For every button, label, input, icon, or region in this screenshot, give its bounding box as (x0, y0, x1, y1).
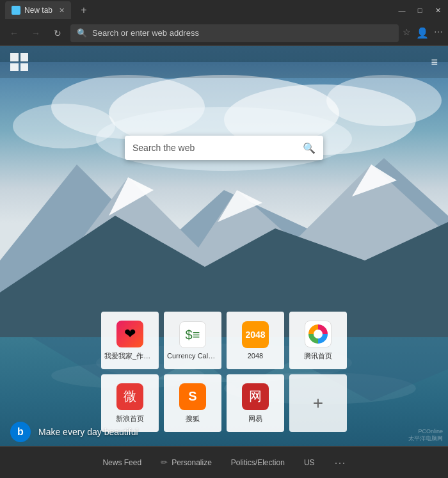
dial-label-tencent: 腾讯首页 (304, 351, 332, 361)
2048-icon: 2048 (242, 321, 269, 348)
back-button[interactable]: ← (5, 24, 23, 42)
woaiwojia-icon: ❤ (116, 321, 143, 347)
tab-favicon (12, 6, 20, 15)
dial-item-tencent[interactable]: 腾讯首页 (289, 312, 347, 369)
forward-button[interactable]: → (27, 24, 45, 42)
dial-item-woaiwojia[interactable]: ❤ 我爱我家_作者... (101, 312, 159, 369)
refresh-button[interactable]: ↻ (49, 24, 67, 42)
minimize-button[interactable]: — (397, 5, 407, 15)
currency-icon: $≡ (179, 321, 206, 348)
nav-item-us[interactable]: US (304, 458, 315, 467)
bing-logo: b (10, 422, 31, 442)
address-input-area[interactable]: 🔍 Search or enter web address (70, 24, 399, 42)
browser-content: ≡ Search the web 🔍 ❤ 我爱我家_作者... $≡ Curre… (0, 46, 448, 478)
window-controls: — □ ✕ (397, 5, 443, 15)
profile-icon[interactable]: 👤 (416, 27, 429, 39)
active-tab[interactable]: New tab ✕ (5, 1, 71, 19)
nav-item-politics[interactable]: Politics/Election (231, 458, 285, 467)
title-bar: New tab ✕ + — □ ✕ (0, 0, 448, 20)
tencent-icon (305, 321, 332, 347)
politics-label: Politics/Election (231, 458, 285, 467)
speed-dial-grid: ❤ 我爱我家_作者... $≡ Currency Calcu... 2048 2… (101, 312, 347, 432)
maximize-button[interactable]: □ (415, 5, 425, 15)
win-square-tr (20, 53, 29, 61)
search-box[interactable]: Search the web 🔍 (125, 136, 323, 160)
windows-logo (10, 53, 28, 71)
address-text: Search or enter web address (92, 28, 392, 38)
dial-label-currency: Currency Calcu... (167, 352, 218, 360)
win-square-br (20, 63, 29, 72)
nav-item-news-feed[interactable]: News Feed (102, 458, 141, 467)
sohu-icon: S (179, 383, 206, 410)
tab-title: New tab (24, 6, 52, 15)
news-feed-label: News Feed (102, 458, 141, 467)
dial-item-currency[interactable]: $≡ Currency Calcu... (164, 312, 221, 369)
dial-item-2048[interactable]: 2048 2048 (227, 312, 284, 369)
netease-icon: 网 (242, 383, 269, 410)
dial-label-woaiwojia: 我爱我家_作者... (104, 351, 156, 361)
us-label: US (304, 458, 315, 467)
svg-point-6 (326, 75, 442, 126)
address-search-icon: 🔍 (77, 28, 87, 38)
watermark: PCOnline 太平洋电脑网 (408, 428, 443, 443)
svg-point-20 (314, 330, 323, 339)
win-square-bl (10, 63, 19, 72)
close-button[interactable]: ✕ (433, 5, 443, 15)
personalize-label: Personalize (172, 458, 212, 467)
more-options-icon[interactable]: ⋯ (434, 27, 443, 39)
search-input-placeholder: Search the web (132, 143, 298, 153)
win-square-tl (10, 53, 19, 61)
bing-bar: b Make every day beautiful (0, 418, 448, 446)
tab-strip: New tab ✕ + (5, 1, 93, 19)
svg-rect-0 (13, 7, 19, 13)
bottom-nav: News Feed ✏ Personalize Politics/Electio… (0, 446, 448, 478)
search-submit-icon[interactable]: 🔍 (303, 142, 316, 154)
nav-item-personalize[interactable]: ✏ Personalize (161, 458, 212, 467)
favorites-icon[interactable]: ☆ (403, 27, 411, 39)
pencil-icon: ✏ (161, 458, 168, 467)
tab-close-icon[interactable]: ✕ (59, 6, 65, 15)
address-bar-actions: ☆ 👤 ⋯ (403, 27, 443, 39)
hamburger-menu-icon[interactable]: ≡ (431, 56, 438, 69)
bing-tagline: Make every day beautiful (38, 427, 138, 437)
nav-more-button[interactable]: ⋯ (334, 456, 346, 470)
new-tab-top-bar: ≡ (0, 46, 448, 78)
more-icon: ⋯ (334, 456, 346, 470)
sina-icon: 微 (116, 383, 143, 410)
dial-label-2048: 2048 (248, 352, 263, 360)
add-site-icon: + (313, 393, 323, 413)
new-tab-button[interactable]: + (75, 1, 93, 19)
address-bar: ← → ↻ 🔍 Search or enter web address ☆ 👤 … (0, 20, 448, 46)
search-container: Search the web 🔍 (125, 136, 323, 160)
